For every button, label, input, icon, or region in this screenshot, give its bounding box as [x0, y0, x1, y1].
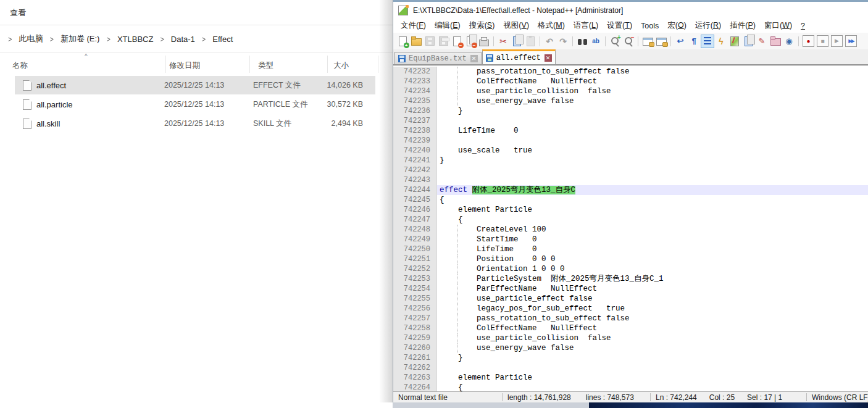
code-line[interactable]: 742247 { — [393, 215, 868, 225]
toolbar-separator — [493, 36, 494, 46]
print-button[interactable] — [478, 35, 490, 48]
code-line[interactable]: 742239 — [393, 136, 868, 146]
code-line[interactable]: 742241} — [393, 156, 868, 165]
code-line[interactable]: 742242 — [393, 165, 868, 175]
sync-horizontal-scroll-button[interactable] — [655, 35, 667, 48]
column-header-大小[interactable]: 大小 — [333, 60, 349, 71]
menu-v[interactable]: 视图(V) — [499, 19, 533, 32]
undo-button[interactable]: ↶ — [543, 35, 556, 48]
indent-guide-button[interactable] — [701, 35, 714, 48]
code-line[interactable]: 742248 CreateLevel 100 — [393, 225, 868, 235]
menu-t[interactable]: 设置(T) — [603, 19, 636, 32]
sort-ascending-icon: ^ — [85, 53, 88, 60]
code-line[interactable]: 742235 use_energy_wave false — [393, 96, 868, 106]
menu-tools[interactable]: Tools — [636, 20, 663, 31]
explorer-view-tab[interactable]: 查看 — [10, 7, 26, 19]
code-line[interactable]: 742253 ParticleSystem 附体_2025弯月变色13_自身C_… — [393, 274, 868, 284]
menu-m[interactable]: 格式(M) — [533, 19, 569, 32]
paste-button[interactable] — [524, 35, 536, 48]
file-row[interactable]: all.particle2025/12/25 14:13PARTICLE 文件3… — [15, 95, 375, 114]
zoom-out-button[interactable]: − — [622, 35, 635, 48]
zoom-in-button[interactable]: + — [609, 35, 621, 48]
breadcrumb-item[interactable]: 此电脑 — [17, 32, 44, 46]
code-line[interactable]: 742240 use_scale true — [393, 146, 868, 156]
code-line[interactable]: 742254 ParEffectName NullEffect — [393, 284, 868, 294]
menu-?[interactable]: ? — [796, 20, 809, 31]
copy-button[interactable] — [511, 35, 523, 48]
code-line[interactable]: 742251 Position 0 0 0 — [393, 254, 868, 264]
code-line[interactable]: 742233 ColEffectName NullEffect — [393, 77, 868, 86]
code-line[interactable]: 742243 — [393, 175, 868, 185]
macro-record-button[interactable]: ● — [803, 36, 814, 46]
menu-p[interactable]: 插件(P) — [725, 19, 760, 32]
code-line[interactable]: 742257 pass_rotation_to_sub_effect false — [393, 314, 868, 323]
column-header-修改日期[interactable]: 修改日期 — [169, 60, 200, 71]
code-line[interactable]: 742250 LifeTime 0 — [393, 244, 868, 254]
replace-button[interactable]: ab — [590, 35, 602, 48]
define-language-button[interactable]: ✎ — [756, 35, 768, 48]
window-lock-icon — [643, 38, 653, 46]
save-all-button[interactable] — [437, 35, 449, 48]
menu-o[interactable]: 宏(O) — [663, 19, 691, 32]
breadcrumb-item[interactable]: XTLBBCZ — [116, 33, 155, 45]
code-line[interactable]: 742260 use_energy_wave false — [393, 343, 868, 353]
cut-button[interactable]: ✂ — [497, 35, 509, 48]
code-line[interactable]: 742263 element Particle — [393, 373, 868, 383]
code-line[interactable]: 742256 legacy_pos_for_sub_effect true — [393, 304, 868, 314]
sync-vertical-scroll-button[interactable] — [641, 35, 654, 48]
macro-run-multiple-button[interactable]: ▶▶ — [846, 36, 856, 46]
code-line[interactable]: 742261 } — [393, 353, 868, 363]
menu-e[interactable]: 编辑(E) — [430, 19, 465, 32]
chevron-right-icon: > — [202, 35, 206, 43]
tab-equipbase-txt[interactable]: EquipBase.txt✕ — [394, 52, 482, 64]
file-row[interactable]: all.skill2025/12/25 14:13SKILL 文件2,494 K… — [15, 114, 375, 133]
folder-as-workspace-button[interactable] — [769, 35, 782, 48]
code-line[interactable]: 742264 { — [393, 383, 868, 391]
monitoring-button[interactable]: ◉ — [783, 35, 795, 48]
code-line[interactable]: 742246 element Particle — [393, 205, 868, 215]
code-line[interactable]: 742255 use_particle_effect false — [393, 294, 868, 304]
code-line[interactable]: 742236 } — [393, 106, 868, 116]
column-header-类型[interactable]: 类型 — [258, 60, 273, 71]
function-list-button[interactable]: ϟ — [715, 35, 727, 48]
code-line[interactable]: 742232 pass_rotation_to_sub_effect false — [393, 67, 868, 77]
menu-w[interactable]: 窗口(W) — [760, 19, 796, 32]
code-line[interactable]: 742259 use_particle_collision false — [393, 333, 868, 343]
document-map-button[interactable] — [728, 35, 741, 48]
column-header-名称[interactable]: 名称 — [12, 60, 28, 71]
menu-f[interactable]: 文件(F) — [396, 19, 430, 32]
close-icon[interactable]: ✕ — [545, 54, 552, 62]
code-line[interactable]: 742245{ — [393, 195, 868, 205]
code-text: LifeTime 0 — [437, 126, 868, 136]
macro-stop-button[interactable]: ■ — [817, 36, 828, 46]
close-icon[interactable]: ✕ — [470, 55, 478, 62]
code-line[interactable]: 742238 LifeTime 0 — [393, 126, 868, 136]
show-all-chars-button[interactable]: ¶ — [688, 35, 700, 48]
word-wrap-button[interactable]: ↩ — [674, 35, 686, 48]
tab-all-effect[interactable]: all.effect✕ — [482, 49, 556, 64]
macro-play-button[interactable]: ▶ — [832, 36, 842, 46]
code-line[interactable]: 742234 use_particle_collision false — [393, 86, 868, 96]
file-row[interactable]: all.effect2025/12/25 14:13EFFECT 文件14,02… — [15, 76, 375, 94]
document-list-button[interactable] — [742, 35, 754, 48]
menu-s[interactable]: 搜索(S) — [465, 19, 499, 32]
close-button[interactable]: − — [451, 35, 463, 48]
open-file-button[interactable] — [410, 35, 422, 48]
menu-l[interactable]: 语言(L) — [569, 19, 603, 32]
editor[interactable]: 742232 pass_rotation_to_sub_effect false… — [393, 65, 868, 391]
code-line[interactable]: 742249 StartTime 0 — [393, 235, 868, 244]
find-button[interactable] — [576, 35, 588, 48]
code-line[interactable]: 742244effect 附体_2025弯月变色13_自身C — [393, 185, 868, 195]
breadcrumb-item[interactable]: 新加卷 (E:) — [59, 32, 101, 46]
menu-r[interactable]: 运行(R) — [691, 19, 725, 32]
save-button[interactable] — [424, 35, 436, 48]
code-line[interactable]: 742258 ColEffectName NullEffect — [393, 323, 868, 333]
code-line[interactable]: 742237 — [393, 116, 868, 126]
redo-button[interactable]: ↷ — [557, 35, 569, 48]
new-file-button[interactable]: + — [396, 35, 409, 48]
code-line[interactable]: 742262 — [393, 363, 868, 373]
code-line[interactable]: 742252 Orientation 1 0 0 0 — [393, 264, 868, 274]
breadcrumb-item[interactable]: Data-1 — [170, 33, 196, 45]
close-all-button[interactable]: − — [464, 35, 477, 48]
breadcrumb-item[interactable]: Effect — [211, 33, 234, 45]
